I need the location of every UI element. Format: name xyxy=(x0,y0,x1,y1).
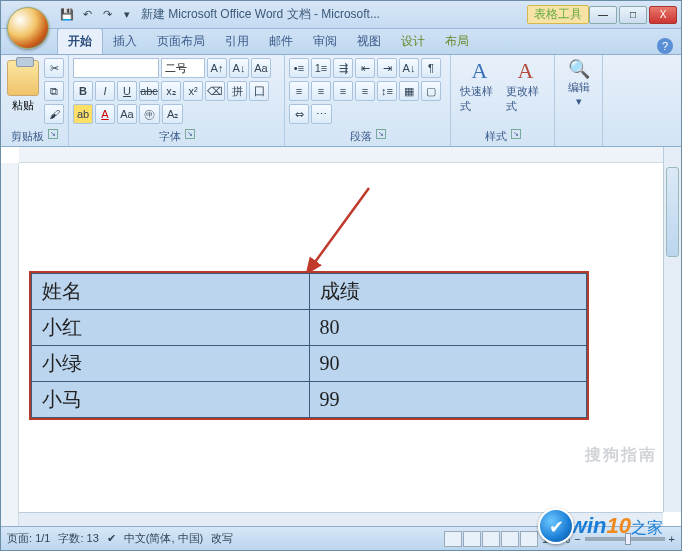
align-left-button[interactable]: ≡ xyxy=(289,81,309,101)
qat-more-icon[interactable]: ▾ xyxy=(119,7,135,23)
group-editing: 🔍 编辑 ▾ xyxy=(555,55,603,146)
cut-button[interactable]: ✂ xyxy=(44,58,64,78)
status-spellcheck-icon[interactable]: ✔ xyxy=(107,532,116,545)
highlight-button[interactable]: ab xyxy=(73,104,93,124)
watermark-text: 搜狗指南 xyxy=(585,445,657,466)
paste-button[interactable]: 粘贴 xyxy=(5,58,41,115)
table-row: 小马 99 xyxy=(32,382,587,418)
underline-button[interactable]: U xyxy=(117,81,137,101)
align-right-button[interactable]: ≡ xyxy=(333,81,353,101)
group-paragraph: •≡ 1≡ ⇶ ⇤ ⇥ A↓ ¶ ≡ ≡ ≡ ≡ ↕≡ ▦ ▢ ⇔ ⋯ xyxy=(285,55,451,146)
font-name-combo[interactable] xyxy=(73,58,159,78)
cell-score[interactable]: 80 xyxy=(309,310,587,346)
bold-button[interactable]: B xyxy=(73,81,93,101)
header-score[interactable]: 成绩 xyxy=(309,274,587,310)
status-words[interactable]: 字数: 13 xyxy=(58,531,98,546)
tab-insert[interactable]: 插入 xyxy=(103,29,147,54)
group-styles: A 快速样式 A 更改样式 样式↘ xyxy=(451,55,555,146)
shading-button[interactable]: ▦ xyxy=(399,81,419,101)
redo-icon[interactable]: ↷ xyxy=(99,7,115,23)
grow-font-button[interactable]: A↑ xyxy=(207,58,227,78)
selected-table[interactable]: 姓名 成绩 小红 80 小绿 90 小马 99 xyxy=(29,271,589,420)
quick-styles-icon: A xyxy=(472,58,488,84)
change-styles-button[interactable]: A 更改样式 xyxy=(506,58,546,114)
view-outline-button[interactable] xyxy=(501,531,519,547)
subscript-button[interactable]: x₂ xyxy=(161,81,181,101)
close-button[interactable]: X xyxy=(649,6,677,24)
asian-spacing-button[interactable]: ⋯ xyxy=(311,104,332,124)
multilevel-button[interactable]: ⇶ xyxy=(333,58,353,78)
watermark-logo: win 10 之家 xyxy=(538,508,663,544)
show-marks-button[interactable]: ¶ xyxy=(421,58,441,78)
tab-view[interactable]: 视图 xyxy=(347,29,391,54)
shrink-font-button[interactable]: A↓ xyxy=(229,58,249,78)
quick-styles-button[interactable]: A 快速样式 xyxy=(460,58,500,114)
enclose-chars-button[interactable]: ㊥ xyxy=(139,104,160,124)
strike-button[interactable]: abc xyxy=(139,81,159,101)
maximize-button[interactable]: □ xyxy=(619,6,647,24)
view-draft-button[interactable] xyxy=(520,531,538,547)
styles-dialog-launcher[interactable]: ↘ xyxy=(511,129,521,139)
borders-button[interactable]: ▢ xyxy=(421,81,441,101)
vertical-ruler[interactable] xyxy=(1,163,19,526)
status-overwrite[interactable]: 改写 xyxy=(211,531,233,546)
title-bar: 💾 ↶ ↷ ▾ 新建 Microsoft Office Word 文档 - Mi… xyxy=(1,1,681,29)
bullets-button[interactable]: •≡ xyxy=(289,58,309,78)
align-center-button[interactable]: ≡ xyxy=(311,81,331,101)
status-language[interactable]: 中文(简体, 中国) xyxy=(124,531,203,546)
save-icon[interactable]: 💾 xyxy=(59,7,75,23)
vertical-scrollbar[interactable] xyxy=(663,147,681,512)
cell-score[interactable]: 90 xyxy=(309,346,587,382)
tab-table-design[interactable]: 设计 xyxy=(391,29,435,54)
format-painter-button[interactable]: 🖌 xyxy=(44,104,64,124)
font-dialog-launcher[interactable]: ↘ xyxy=(185,129,195,139)
copy-button[interactable]: ⧉ xyxy=(44,81,64,101)
char-shading-button[interactable]: Aa xyxy=(117,104,137,124)
distribute-button[interactable]: ⇔ xyxy=(289,104,309,124)
superscript-button[interactable]: x² xyxy=(183,81,203,101)
office-button[interactable] xyxy=(7,7,49,49)
minimize-button[interactable]: — xyxy=(589,6,617,24)
logo-win: win xyxy=(570,513,607,539)
tab-review[interactable]: 审阅 xyxy=(303,29,347,54)
view-print-layout-button[interactable] xyxy=(444,531,462,547)
cell-score[interactable]: 99 xyxy=(309,382,587,418)
undo-icon[interactable]: ↶ xyxy=(79,7,95,23)
change-styles-label: 更改样式 xyxy=(506,84,546,114)
tab-table-layout[interactable]: 布局 xyxy=(435,29,479,54)
view-fullscreen-button[interactable] xyxy=(463,531,481,547)
tab-references[interactable]: 引用 xyxy=(215,29,259,54)
cell-name[interactable]: 小红 xyxy=(32,310,310,346)
horizontal-ruler[interactable] xyxy=(19,147,663,163)
phonetic-guide-button[interactable]: 拼 xyxy=(227,81,247,101)
justify-button[interactable]: ≡ xyxy=(355,81,375,101)
help-icon[interactable]: ? xyxy=(657,38,673,54)
tab-page-layout[interactable]: 页面布局 xyxy=(147,29,215,54)
change-case-button[interactable]: Aa xyxy=(251,58,271,78)
view-web-button[interactable] xyxy=(482,531,500,547)
line-spacing-button[interactable]: ↕≡ xyxy=(377,81,397,101)
content-table[interactable]: 姓名 成绩 小红 80 小绿 90 小马 99 xyxy=(31,273,587,418)
char-border-button[interactable]: 囗 xyxy=(249,81,269,101)
font-color-button[interactable]: A xyxy=(95,104,115,124)
scrollbar-thumb[interactable] xyxy=(666,167,679,257)
paragraph-dialog-launcher[interactable]: ↘ xyxy=(376,129,386,139)
tab-mailings[interactable]: 邮件 xyxy=(259,29,303,54)
increase-indent-button[interactable]: ⇥ xyxy=(377,58,397,78)
font-size-combo[interactable]: 二号 xyxy=(161,58,205,78)
editing-dropdown[interactable]: 🔍 编辑 ▾ xyxy=(562,58,596,108)
zoom-in-button[interactable]: + xyxy=(669,533,675,545)
numbering-button[interactable]: 1≡ xyxy=(311,58,331,78)
cell-name[interactable]: 小绿 xyxy=(32,346,310,382)
tab-home[interactable]: 开始 xyxy=(57,28,103,54)
clear-format-button[interactable]: ⌫ xyxy=(205,81,225,101)
asian-layout-button[interactable]: A₂ xyxy=(162,104,183,124)
decrease-indent-button[interactable]: ⇤ xyxy=(355,58,375,78)
header-name[interactable]: 姓名 xyxy=(32,274,310,310)
clipboard-dialog-launcher[interactable]: ↘ xyxy=(48,129,58,139)
cell-name[interactable]: 小马 xyxy=(32,382,310,418)
italic-button[interactable]: I xyxy=(95,81,115,101)
status-page[interactable]: 页面: 1/1 xyxy=(7,531,50,546)
document-area[interactable]: 姓名 成绩 小红 80 小绿 90 小马 99 xyxy=(19,163,663,512)
sort-button[interactable]: A↓ xyxy=(399,58,419,78)
